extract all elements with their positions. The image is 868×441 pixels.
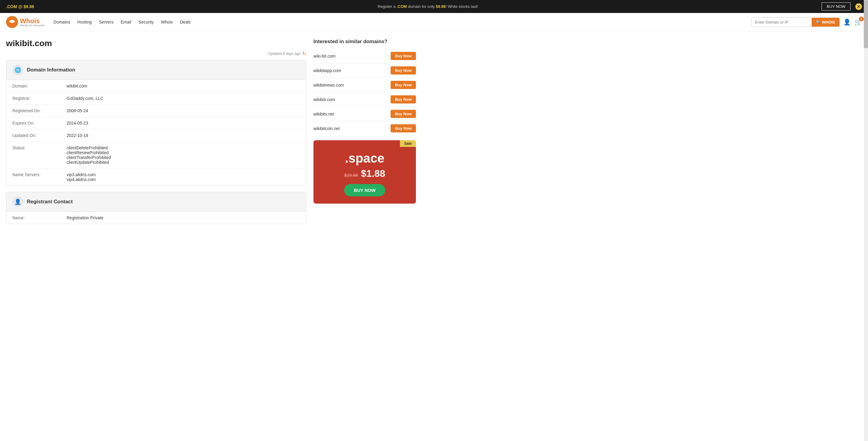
sale-old-price: $29.88 <box>344 173 358 178</box>
buy-now-button[interactable]: Buy Now <box>391 110 416 118</box>
svg-point-1 <box>10 20 13 23</box>
logo-icon <box>6 16 18 28</box>
cart-icon[interactable]: 🛒 0 <box>855 19 862 26</box>
field-label: Domain: <box>6 80 61 92</box>
right-panel: Interested in similar domains? wiki-bit.… <box>313 39 416 230</box>
page-title: wikibit.com <box>6 39 306 48</box>
banner-end: ! While stocks last! <box>445 4 478 9</box>
banner-right: BUY NOW ✕ <box>822 2 862 10</box>
search-button[interactable]: 🔍 WHOIS <box>812 18 839 27</box>
field-value: clientDeleteProhibited clientRenewProhib… <box>61 142 306 169</box>
sale-extension: .space <box>319 151 410 166</box>
field-value: 2008-05-24 <box>61 105 306 117</box>
scrollbar-track[interactable] <box>864 0 868 237</box>
sale-buy-now-button[interactable]: BUY NOW <box>344 184 385 196</box>
top-banner: .COM @ $9.98 Register a .COM domain for … <box>0 0 868 13</box>
list-item: wiki-bit.com Buy Now <box>313 49 416 63</box>
domain-info-title: Domain Information <box>27 67 75 73</box>
search-box: 🔍 WHOIS <box>751 18 840 27</box>
table-row: Status: clientDeleteProhibited clientRen… <box>6 142 306 169</box>
field-value: wikibit.com <box>61 80 306 92</box>
table-row: Registered On: 2008-05-24 <box>6 105 306 117</box>
domain-name: wikibitnews.com <box>313 83 344 87</box>
updated-text: Updated 8 days ago <box>268 52 301 56</box>
field-label: Registered On: <box>6 105 61 117</box>
list-item: wikibitapp.com Buy Now <box>313 63 416 78</box>
nav-links: Domains Hosting Servers Email Security W… <box>54 20 751 24</box>
nav-hosting[interactable]: Hosting <box>78 20 92 24</box>
banner-highlight-com: .COM <box>397 4 407 9</box>
field-label: Status: <box>6 142 61 169</box>
field-value: 2024-05-23 <box>61 117 306 129</box>
banner-buy-now-button[interactable]: BUY NOW <box>822 2 850 10</box>
registrant-title: Registrant Contact <box>27 199 73 205</box>
sale-price-area: $29.88 $1.88 <box>319 168 410 179</box>
table-row: Name Servers: vip3.alidns.com vip4.alidn… <box>6 169 306 186</box>
scrollbar-thumb[interactable] <box>864 0 868 48</box>
table-row: Domain: wikibit.com <box>6 80 306 92</box>
refresh-icon[interactable]: ↻ <box>302 51 306 56</box>
sale-badge: Sale <box>400 140 416 147</box>
cart-badge: 0 <box>859 17 864 22</box>
field-label: Registrar: <box>6 92 61 105</box>
search-button-label: WHOIS <box>822 20 835 24</box>
user-icon[interactable]: 👤 <box>843 19 851 26</box>
left-panel: wikibit.com Updated 8 days ago ↻ 🌐 Domai… <box>6 39 306 230</box>
list-item: wikibitnews.com Buy Now <box>313 78 416 92</box>
domain-info-table: Domain: wikibit.com Registrar: GoDaddy.c… <box>6 80 306 185</box>
nav-whois[interactable]: Whois <box>161 20 173 24</box>
domain-name: wikibiti.com <box>313 97 335 102</box>
banner-left-text: .COM @ $9.98 <box>6 4 34 9</box>
registrant-icon: 👤 <box>12 196 23 207</box>
banner-price: $9.98 <box>436 4 446 9</box>
logo-link[interactable]: Whois Identity for everyone <box>6 16 44 28</box>
banner-post: domain for only <box>407 4 436 9</box>
nav-servers[interactable]: Servers <box>99 20 113 24</box>
field-value: Registration Private <box>61 212 306 224</box>
buy-now-button[interactable]: Buy Now <box>391 66 416 75</box>
search-input[interactable] <box>751 18 812 27</box>
nav-email[interactable]: Email <box>121 20 131 24</box>
buy-now-button[interactable]: Buy Now <box>391 124 416 133</box>
registrant-card: 👤 Registrant Contact Name: Registration … <box>6 192 306 224</box>
buy-now-button[interactable]: Buy Now <box>391 81 416 89</box>
sale-new-price: $1.88 <box>361 168 385 179</box>
buy-now-button[interactable]: Buy Now <box>391 52 416 60</box>
buy-now-button[interactable]: Buy Now <box>391 95 416 104</box>
domain-info-card: 🌐 Domain Information Domain: wikibit.com… <box>6 60 306 186</box>
table-row: Expires On: 2024-05-23 <box>6 117 306 129</box>
similar-domains-title: Interested in similar domains? <box>313 39 416 45</box>
sale-card: Sale .space $29.88 $1.88 BUY NOW <box>313 140 416 204</box>
field-value: vip3.alidns.com vip4.alidns.com <box>61 169 306 186</box>
list-item: wikibits.net Buy Now <box>313 107 416 121</box>
field-label: Name: <box>6 212 61 224</box>
field-label: Expires On: <box>6 117 61 129</box>
field-label: Name Servers: <box>6 169 61 186</box>
field-label: Updated On: <box>6 129 61 142</box>
domain-name: wikibitcoin.net <box>313 126 340 131</box>
field-value: GoDaddy.com, LLC <box>61 92 306 105</box>
logo-tagline: Identity for everyone <box>20 24 44 27</box>
list-item: wikibiti.com Buy Now <box>313 92 416 107</box>
banner-center-text: Register a .COM domain for only $9.98! W… <box>378 4 478 9</box>
domain-list: wiki-bit.com Buy Now wikibitapp.com Buy … <box>313 49 416 136</box>
updated-badge: Updated 8 days ago ↻ <box>6 51 306 56</box>
registrant-header: 👤 Registrant Contact <box>6 192 306 212</box>
banner-close-button[interactable]: ✕ <box>855 3 862 10</box>
table-row: Name: Registration Private <box>6 212 306 224</box>
nav-security[interactable]: Security <box>138 20 154 24</box>
domain-name: wikibits.net <box>313 112 334 116</box>
main-content: wikibit.com Updated 8 days ago ↻ 🌐 Domai… <box>0 31 422 237</box>
search-area: 🔍 WHOIS 👤 🛒 0 <box>751 18 862 27</box>
nav-deals[interactable]: Deals <box>180 20 191 24</box>
banner-pre: Register a <box>378 4 397 9</box>
domain-name: wiki-bit.com <box>313 54 336 59</box>
field-value: 2022-10-18 <box>61 129 306 142</box>
registrant-table: Name: Registration Private <box>6 212 306 224</box>
list-item: wikibitcoin.net Buy Now <box>313 121 416 136</box>
nav-domains[interactable]: Domains <box>54 20 70 24</box>
domain-info-icon: 🌐 <box>12 64 23 76</box>
domain-name: wikibitapp.com <box>313 68 341 73</box>
table-row: Updated On: 2022-10-18 <box>6 129 306 142</box>
navbar: Whois Identity for everyone Domains Host… <box>0 13 868 31</box>
